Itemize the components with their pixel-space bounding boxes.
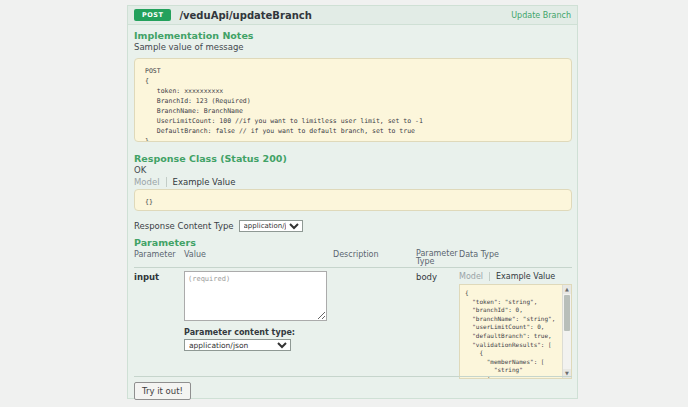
column-header-description: Description <box>333 250 379 259</box>
data-type-example-code: { "token": "string", "branchId": 0, "bra… <box>460 285 561 378</box>
http-method-badge: POST <box>134 9 171 21</box>
response-content-type-select[interactable]: application/json <box>239 220 303 232</box>
response-content-type-row: Response Content Type application/json <box>134 220 303 232</box>
tab-example-value[interactable]: Example Value <box>173 177 236 187</box>
example-scrollbar[interactable]: ▲ ▼ <box>562 285 571 378</box>
column-header-value: Value <box>184 250 206 259</box>
parameter-content-type-label: Parameter content type: <box>184 328 295 337</box>
response-model-tabs: Model Example Value <box>134 177 235 187</box>
operation-header[interactable]: POST /veduApi/updateBranch Update Branch <box>128 6 577 25</box>
tab-model[interactable]: Model <box>134 177 167 187</box>
implementation-notes-subtitle: Sample value of message <box>134 42 244 52</box>
data-type-example-code-block: { "token": "string", "branchId": 0, "bra… <box>459 284 572 379</box>
scrollbar-thumb[interactable] <box>564 295 570 331</box>
column-header-parameter: Parameter <box>134 250 176 259</box>
column-header-parameter-type: Parameter Type <box>416 250 460 266</box>
tab-data-type-model[interactable]: Model <box>459 272 490 281</box>
data-type-tabs: Model Example Value <box>459 272 555 281</box>
column-header-data-type: Data Type <box>459 250 499 259</box>
parameter-value-textarea[interactable] <box>184 271 327 321</box>
response-class-heading: Response Class (Status 200) <box>134 153 287 164</box>
update-branch-link[interactable]: Update Branch <box>511 11 571 20</box>
parameter-type-value: body <box>416 272 437 282</box>
table-row-divider <box>134 376 572 377</box>
table-header-divider <box>134 267 572 268</box>
scroll-up-icon[interactable]: ▲ <box>563 285 571 294</box>
tab-data-type-example-value[interactable]: Example Value <box>496 272 555 281</box>
try-it-out-button[interactable]: Try it out! <box>134 382 191 400</box>
implementation-notes-heading: Implementation Notes <box>134 30 254 41</box>
endpoint-path[interactable]: /veduApi/updateBranch <box>179 10 311 21</box>
response-example-code-block: {} <box>134 189 572 211</box>
api-operation-panel: POST /veduApi/updateBranch Update Branch… <box>127 5 578 399</box>
parameter-description-cell <box>333 272 413 282</box>
parameters-heading: Parameters <box>134 237 196 248</box>
response-content-type-label: Response Content Type <box>134 221 234 231</box>
parameter-content-type-select[interactable]: application/json <box>184 339 291 351</box>
response-status-text: OK <box>134 165 146 175</box>
sample-message-code-block: POST { token: xxxxxxxxxx BranchId: 123 (… <box>134 58 572 142</box>
parameter-name-input: input <box>134 272 159 282</box>
